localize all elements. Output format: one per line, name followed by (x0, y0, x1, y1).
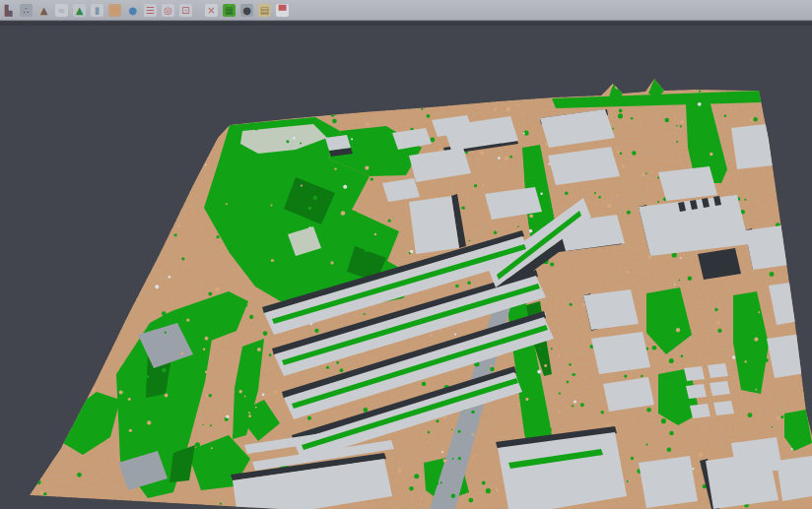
surface-icon[interactable]: ▲ (73, 4, 86, 17)
flag-icon[interactable]: ▀ (276, 4, 289, 17)
roof-poly (708, 363, 728, 378)
roof-poly (690, 404, 710, 418)
roof-poly (710, 381, 730, 396)
viewport-top-shade (0, 22, 812, 26)
roof-poly (583, 289, 639, 330)
profile-lines-icon[interactable]: ☰ (144, 4, 157, 17)
toolbar: ▙∴▲≈▲▮■●☰◎⊡×▦●▤▀ (0, 0, 812, 21)
application-window: ▙∴▲≈▲▮■●☰◎⊡×▦●▤▀ (0, 0, 812, 509)
classification-map-icon[interactable]: ▦ (223, 4, 236, 17)
roof-poly (409, 196, 459, 254)
roof-poly (639, 456, 698, 508)
roof-poly (591, 332, 650, 374)
zoom-extents-icon[interactable]: ⊡ (179, 4, 192, 17)
viewport-3d-scene[interactable] (0, 22, 812, 509)
circle-tool-icon[interactable]: ◎ (162, 4, 174, 17)
roof-poly (684, 366, 705, 381)
camera-icon[interactable]: ● (240, 4, 253, 17)
roof-poly (658, 166, 717, 201)
scatter-points-icon[interactable]: ∴ (20, 4, 33, 17)
roof-poly (713, 401, 734, 415)
viewport-panel (0, 22, 812, 509)
dataset-icon[interactable]: ▙ (2, 4, 15, 17)
roof-poly (767, 333, 812, 378)
roof-poly (686, 384, 707, 399)
column-icon[interactable]: ▮ (91, 4, 103, 17)
contour-icon[interactable]: ≈ (55, 4, 68, 17)
globe-icon[interactable]: ● (126, 4, 139, 17)
roof-poly (745, 224, 796, 270)
basemap-icon[interactable]: ▤ (258, 4, 271, 17)
roof-poly (731, 124, 773, 169)
roof-poly (777, 456, 812, 501)
terrain-icon[interactable]: ▲ (37, 4, 50, 17)
roof-poly (731, 437, 782, 476)
clip-cross-icon[interactable]: × (205, 4, 218, 17)
ortho-icon[interactable]: ■ (108, 4, 121, 17)
terrain-model (0, 22, 812, 509)
